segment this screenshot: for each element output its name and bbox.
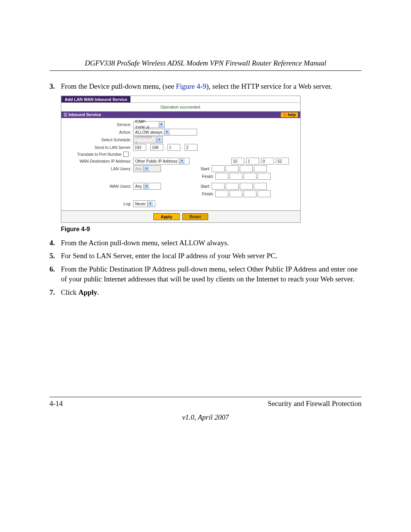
row-wanusers: WAN Users: Any▼ Start: . . .: [64, 183, 298, 190]
label-finish-wan: Finish:: [196, 192, 215, 196]
header-rule: [49, 70, 362, 71]
apply-button[interactable]: Apply: [153, 213, 180, 220]
wan-start-1[interactable]: [212, 183, 225, 190]
label-wanusers: WAN Users:: [64, 184, 133, 189]
wanusers-select[interactable]: Any▼: [133, 183, 161, 190]
wan-finish-2[interactable]: [229, 190, 242, 197]
wanip-select[interactable]: Other Public IP Address▼: [133, 158, 190, 165]
service-select[interactable]: ICMP-TYPE-9▼: [133, 121, 165, 128]
row-lanusers: LAN Users: Any▼ Start: . . .: [64, 165, 298, 172]
label-wanip: WAN Destination IP Address:: [64, 159, 133, 163]
label-finish: Finish:: [196, 174, 215, 179]
wan-finish-1[interactable]: [215, 190, 228, 197]
lan-finish-1[interactable]: [215, 173, 228, 180]
section-title: ☰ Inbound Service: [64, 112, 101, 117]
lan-finish-3[interactable]: [244, 173, 256, 180]
row-action: Action: ALLOW always▼: [64, 129, 298, 136]
lan-finish-4[interactable]: [258, 173, 271, 180]
row-wanusers-finish: Finish: . . .: [64, 190, 298, 197]
row-lanusers-finish: Finish: . . .: [64, 173, 298, 180]
tab-add-inbound-service[interactable]: Add LAN WAN Inbound Service: [61, 96, 131, 102]
translate-colon: :: [130, 152, 131, 157]
operation-message: Operation succeeded.: [61, 102, 300, 112]
footer-rule: [49, 397, 362, 397]
translate-checkbox[interactable]: [123, 152, 129, 157]
send-ip-3[interactable]: 1: [167, 144, 180, 151]
wan-ip-1[interactable]: 10: [231, 158, 244, 165]
step-3-post: ), select the HTTP service for a Web ser…: [206, 82, 332, 90]
step-text: Click Apply.: [61, 288, 362, 298]
wan-ip-4[interactable]: 52: [276, 158, 289, 165]
chevron-down-icon: ▼: [147, 201, 153, 206]
step-text: For Send to LAN Server, enter the local …: [61, 251, 362, 261]
log-select[interactable]: Never▼: [133, 200, 155, 207]
label-service: Service:: [64, 122, 133, 127]
reset-button[interactable]: Reset: [182, 213, 208, 220]
help-button[interactable]: help: [281, 112, 298, 117]
step-3-pre: From the Device pull-down menu, (see: [61, 82, 176, 90]
step-text: From the Public Destination IP Address p…: [61, 264, 362, 284]
row-service: Service: ICMP-TYPE-9▼: [64, 121, 298, 128]
row-log: Log: Never▼: [64, 200, 298, 207]
step-7: 7. Click Apply.: [49, 288, 362, 298]
footer-section: Security and Firewall Protection: [268, 399, 362, 408]
step-number: 7.: [49, 288, 61, 298]
wan-start-2[interactable]: [226, 183, 239, 190]
send-ip-2[interactable]: 168: [150, 144, 163, 151]
step-number: 5.: [49, 251, 61, 261]
lan-start-4[interactable]: [254, 165, 267, 172]
step-list-cont: 4. From the Action pull-down menu, selec…: [49, 238, 362, 298]
row-wanip: WAN Destination IP Address: Other Public…: [64, 158, 298, 165]
send-ip-1[interactable]: 192: [133, 144, 146, 151]
label-start-wan: Start:: [193, 184, 212, 189]
row-sendto: Send to LAN Server: 192. 168. 1. 2: [64, 144, 298, 151]
step-4: 4. From the Action pull-down menu, selec…: [49, 238, 362, 248]
apply-text: Apply: [78, 288, 97, 296]
chevron-down-icon: ▼: [159, 122, 164, 127]
lan-finish-2[interactable]: [229, 173, 242, 180]
chevron-down-icon: ▼: [164, 129, 170, 135]
wan-finish-4[interactable]: [258, 190, 271, 197]
label-sendto: Send to LAN Server:: [64, 145, 133, 150]
step-5: 5. For Send to LAN Server, enter the loc…: [49, 251, 362, 261]
page-footer: 4-14 Security and Firewall Protection v1…: [49, 394, 362, 422]
button-bar: Apply Reset: [61, 211, 300, 222]
lan-start-1[interactable]: [212, 165, 225, 172]
page: DGFV338 ProSafe Wireless ADSL Modem VPN …: [0, 0, 411, 298]
figure-4-9: Add LAN WAN Inbound Service Operation su…: [61, 96, 362, 233]
step-number: 3.: [49, 81, 61, 92]
step-number: 4.: [49, 238, 61, 248]
chevron-down-icon: ▼: [156, 137, 162, 142]
wan-ip-2[interactable]: 1: [246, 158, 259, 165]
label-schedule: Select Schedule:: [64, 137, 133, 142]
lan-start-3[interactable]: [240, 165, 253, 172]
screenshot: Add LAN WAN Inbound Service Operation su…: [61, 96, 301, 223]
wan-start-3[interactable]: [240, 183, 253, 190]
section-header: ☰ Inbound Service help: [61, 112, 300, 118]
chevron-down-icon: ▼: [179, 158, 185, 164]
form-body: Service: ICMP-TYPE-9▼ Action: ALLOW alwa…: [61, 118, 300, 211]
page-number: 4-14: [49, 399, 63, 408]
step-6: 6. From the Public Destination IP Addres…: [49, 264, 362, 284]
label-lanusers: LAN Users:: [64, 166, 133, 171]
figure-reference-link[interactable]: Figure 4-9: [176, 82, 206, 90]
lanusers-select: Any▼: [133, 165, 161, 172]
chevron-down-icon: ▼: [143, 184, 149, 189]
label-start: Start:: [193, 166, 212, 171]
send-ip-4[interactable]: 2: [185, 144, 198, 151]
lan-start-2[interactable]: [226, 165, 239, 172]
step-text: From the Device pull-down menu, (see Fig…: [61, 81, 362, 92]
wan-start-4[interactable]: [254, 183, 267, 190]
row-schedule: Select Schedule: Schedule 1▼: [64, 136, 298, 143]
manual-title: DGFV338 ProSafe Wireless ADSL Modem VPN …: [49, 59, 362, 67]
wan-finish-3[interactable]: [244, 190, 256, 197]
footer-version: v1.0, April 2007: [49, 413, 362, 422]
figure-caption: Figure 4-9: [61, 226, 362, 233]
tab-bar: Add LAN WAN Inbound Service: [61, 96, 300, 102]
step-text: From the Action pull-down menu, select A…: [61, 238, 362, 248]
step-3: 3. From the Device pull-down menu, (see …: [49, 81, 362, 92]
wan-ip-3[interactable]: 0: [261, 158, 274, 165]
label-translate: Translate to Port Number: [77, 152, 122, 157]
row-translate: Translate to Port Number :: [64, 152, 298, 157]
step-number: 6.: [49, 264, 61, 284]
